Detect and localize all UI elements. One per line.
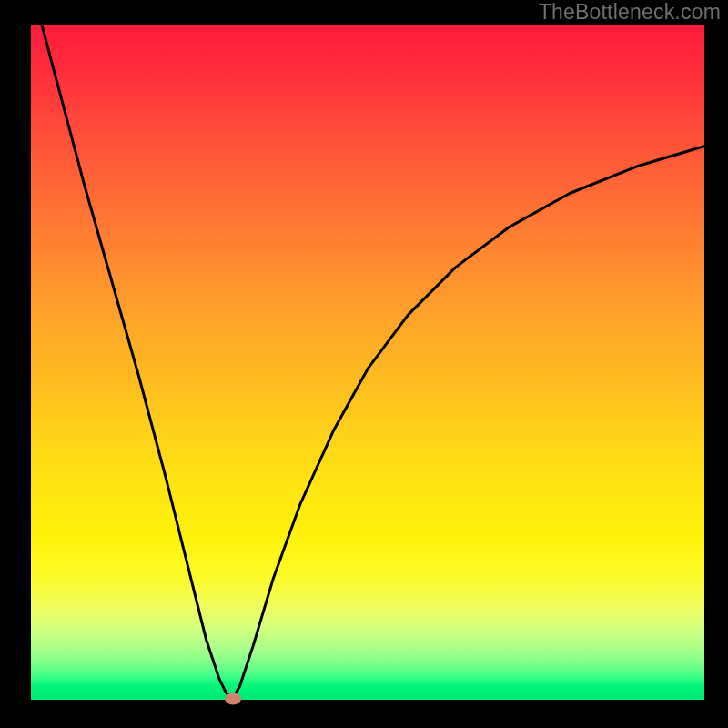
bottleneck-curve [0,0,728,728]
optimal-point-marker [225,693,241,704]
chart-frame: TheBottleneck.com [0,0,728,728]
watermark-text: TheBottleneck.com [539,0,721,25]
